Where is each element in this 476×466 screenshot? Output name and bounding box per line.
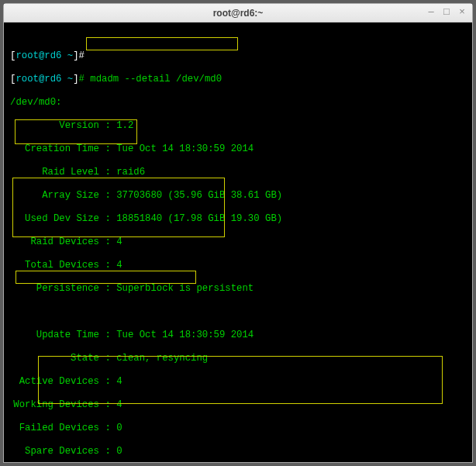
highlight-resync — [16, 271, 196, 284]
state-key: State — [10, 353, 99, 364]
window-buttons: – □ × — [426, 6, 467, 17]
total-devices-key: Total Devices — [10, 260, 99, 271]
maximize-button[interactable]: □ — [441, 6, 452, 17]
prompt-1: root@rd6 ~ — [16, 50, 73, 61]
terminal-window: root@rd6:~ – □ × [root@rd6 ~]# [root@rd6… — [3, 3, 473, 463]
highlight-command — [86, 37, 238, 50]
highlight-state-block — [12, 178, 225, 237]
device-line: /dev/md0: — [10, 97, 466, 109]
titlebar: root@rd6:~ – □ × — [4, 4, 472, 22]
minimize-button[interactable]: – — [426, 6, 436, 17]
raid-devices-key: Raid Devices — [10, 236, 99, 248]
close-button[interactable]: × — [457, 6, 467, 17]
command: # mdadm --detail /dev/md0 — [79, 74, 222, 85]
window-title: root@rd6:~ — [213, 8, 264, 19]
terminal-body[interactable]: [root@rd6 ~]# [root@rd6 ~]# mdadm --deta… — [4, 22, 472, 462]
